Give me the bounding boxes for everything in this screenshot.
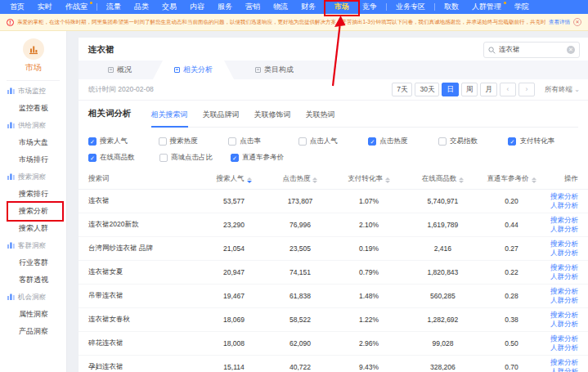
sidebar-item-行业客群[interactable]: 行业客群 — [0, 254, 66, 271]
sidebar-group-供给洞察[interactable]: 供给洞察 — [0, 117, 66, 134]
subtab-关联修饰词[interactable]: 关联修饰词 — [254, 108, 291, 127]
search-input[interactable] — [499, 46, 563, 54]
sidebar-item-产品洞察[interactable]: 产品洞察 — [0, 323, 66, 340]
action-link-搜索分析[interactable]: 搜索分析 — [542, 216, 578, 225]
nav-item-流量[interactable]: 流量 — [100, 0, 128, 14]
sidebar-group-机会洞察[interactable]: 机会洞察 — [0, 289, 66, 306]
sidebar-item-客群透视[interactable]: 客群透视 — [0, 271, 66, 289]
checkbox-交易指数[interactable]: 交易指数 — [438, 137, 509, 146]
sort-icon[interactable] — [459, 177, 464, 183]
action-link-搜索分析[interactable]: 搜索分析 — [542, 240, 578, 249]
sort-desc-icon — [312, 181, 317, 183]
sidebar-item-搜索排行[interactable]: 搜索排行 — [0, 186, 66, 203]
action-link-搜索分析[interactable]: 搜索分析 — [542, 192, 578, 201]
column-header-点击热度[interactable]: 点击热度 — [267, 169, 334, 190]
clear-search-icon[interactable]: ✕ — [567, 46, 575, 54]
notice-detail-link[interactable]: 查看详情 — [549, 19, 570, 26]
date-button-月[interactable]: 月 — [480, 83, 497, 96]
nav-item-财务[interactable]: 财务 — [294, 0, 322, 14]
nav-item-竞争[interactable]: 竞争 — [356, 0, 384, 14]
checkbox-支付转化率[interactable]: 支付转化率 — [508, 137, 578, 146]
subtab-关联品牌词[interactable]: 关联品牌词 — [203, 108, 240, 127]
close-icon[interactable]: ✕ — [573, 18, 581, 26]
action-link-搜索分析[interactable]: 搜索分析 — [542, 263, 578, 272]
table-row: 连衣裙女夏20,94774,1510.79%1,820,8430.22搜索分析人… — [79, 261, 588, 285]
nav-item-实时[interactable]: 实时 — [31, 0, 59, 14]
column-header-搜索人气[interactable]: 搜索人气 — [201, 169, 267, 190]
nav-item-内容[interactable]: 内容 — [183, 0, 211, 14]
sidebar-group-客群洞察[interactable]: 客群洞察 — [0, 237, 66, 254]
nav-item-学院[interactable]: 学院 — [508, 0, 536, 14]
sort-icon[interactable] — [312, 177, 317, 183]
table-row: 吊带连衣裙19,46761,8381.48%560,2850.28搜索分析人群分… — [79, 285, 588, 308]
action-link-人群分析[interactable]: 人群分析 — [542, 343, 578, 352]
tab-icon — [255, 67, 261, 73]
sort-asc-icon — [532, 177, 536, 180]
keyword-search-box[interactable]: ✕ — [483, 42, 580, 58]
next-period-button[interactable]: › — [518, 83, 535, 96]
sort-icon[interactable] — [385, 177, 390, 183]
tab-类目构成[interactable]: 类目构成 — [234, 61, 315, 79]
tab-概况[interactable]: 概况 — [87, 61, 153, 79]
prev-period-button[interactable]: ‹ — [500, 83, 516, 96]
checkbox-icon — [438, 137, 447, 146]
sidebar-group-搜索洞察[interactable]: 搜索洞察 — [0, 168, 66, 186]
checkbox-点击人气[interactable]: 点击人气 — [298, 137, 369, 146]
action-link-人群分析[interactable]: 人群分析 — [542, 296, 578, 305]
nav-item-物流[interactable]: 物流 — [267, 0, 294, 14]
sidebar-menu: 市场监控监控看板供给洞察市场大盘市场排行搜索洞察搜索排行搜索分析搜索人群客群洞察… — [0, 81, 66, 340]
action-link-人群分析[interactable]: 人群分析 — [542, 249, 578, 258]
sidebar-item-监控看板[interactable]: 监控看板 — [0, 100, 66, 117]
checkbox-点击率[interactable]: 点击率 — [228, 137, 298, 146]
sidebar-item-搜索分析[interactable]: 搜索分析 — [0, 203, 66, 220]
action-link-人群分析[interactable]: 人群分析 — [542, 272, 578, 281]
nav-item-服务[interactable]: 服务 — [211, 0, 239, 14]
sidebar-group-label: 客群洞察 — [18, 241, 46, 251]
action-link-人群分析[interactable]: 人群分析 — [542, 320, 578, 329]
column-header-在线商品数[interactable]: 在线商品数 — [405, 169, 481, 190]
sort-icon[interactable] — [247, 177, 252, 183]
subtab-关联热词[interactable]: 关联热词 — [306, 108, 335, 127]
sidebar-item-市场大盘[interactable]: 市场大盘 — [0, 134, 66, 151]
action-link-搜索分析[interactable]: 搜索分析 — [542, 334, 578, 343]
checkbox-搜索人气[interactable]: 搜索人气 — [88, 137, 159, 146]
date-button-30天[interactable]: 30天 — [415, 83, 439, 96]
cell-metric-4: 0.50 — [481, 332, 542, 356]
sidebar-item-属性洞察[interactable]: 属性洞察 — [0, 306, 66, 323]
nav-item-品类[interactable]: 品类 — [128, 0, 155, 14]
nav-item-营销[interactable]: 营销 — [239, 0, 267, 14]
date-button-日[interactable]: 日 — [442, 83, 459, 96]
subtab-相关搜索词[interactable]: 相关搜索词 — [151, 108, 188, 127]
nav-item-人群管理[interactable]: 人群管理 — [465, 0, 508, 14]
nav-item-交易[interactable]: 交易 — [155, 0, 183, 14]
sidebar-item-市场排行[interactable]: 市场排行 — [0, 151, 66, 168]
warning-icon: ! — [7, 19, 14, 26]
sidebar-group-市场监控[interactable]: 市场监控 — [0, 83, 66, 100]
checkbox-直通车参考价[interactable]: 直通车参考价 — [231, 153, 302, 163]
action-link-搜索分析[interactable]: 搜索分析 — [542, 287, 578, 296]
nav-item-首页[interactable]: 首页 — [3, 0, 31, 14]
tab-相关分析[interactable]: 相关分析 — [153, 61, 234, 79]
date-button-7天[interactable]: 7天 — [392, 83, 412, 96]
terminal-filter[interactable]: 所有终端 ⌄ — [545, 85, 580, 95]
sidebar-item-搜索人群[interactable]: 搜索人群 — [0, 220, 66, 237]
checkbox-在线商品数[interactable]: 在线商品数 — [88, 153, 159, 163]
tab-label: 相关分析 — [183, 65, 213, 75]
date-button-周[interactable]: 周 — [461, 83, 478, 96]
sort-icon[interactable] — [532, 177, 536, 183]
nav-item-市场[interactable]: 市场 — [328, 0, 356, 14]
nav-item-取数[interactable]: 取数 — [438, 0, 465, 14]
action-link-搜索分析[interactable]: 搜索分析 — [542, 311, 578, 320]
column-header-支付转化率[interactable]: 支付转化率 — [333, 169, 404, 190]
action-link-人群分析[interactable]: 人群分析 — [542, 367, 578, 372]
nav-item-作战室[interactable]: 作战室 — [59, 0, 94, 14]
checkbox-商城点击占比[interactable]: 商城点击占比 — [159, 153, 231, 163]
checkbox-点击热度[interactable]: 点击热度 — [368, 137, 438, 146]
column-header-直通车参考价[interactable]: 直通车参考价 — [481, 169, 542, 190]
action-link-人群分析[interactable]: 人群分析 — [542, 201, 578, 210]
checkbox-搜索热度[interactable]: 搜索热度 — [159, 137, 229, 146]
action-link-搜索分析[interactable]: 搜索分析 — [542, 358, 578, 367]
action-link-人群分析[interactable]: 人群分析 — [542, 225, 578, 234]
nav-item-业务专区[interactable]: 业务专区 — [389, 0, 432, 14]
cell-metric-1: 62,090 — [267, 332, 334, 356]
